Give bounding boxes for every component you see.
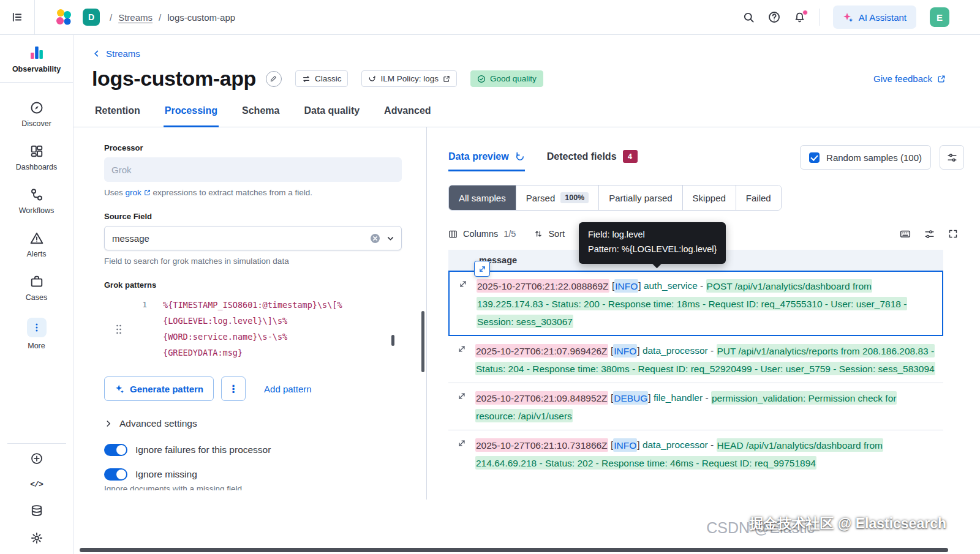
give-feedback-link[interactable]: Give feedback <box>873 73 946 84</box>
advanced-settings-toggle[interactable]: Advanced settings <box>104 418 402 429</box>
space-badge[interactable]: D <box>83 9 100 26</box>
fullscreen-icon[interactable] <box>948 229 958 239</box>
sidebar-item-label: Workflows <box>19 206 54 215</box>
ai-assistant-button[interactable]: AI Assistant <box>833 6 916 29</box>
edit-title-icon[interactable] <box>266 71 282 87</box>
elastic-logo[interactable] <box>55 8 73 26</box>
add-pattern-link[interactable]: Add pattern <box>264 384 312 394</box>
observability-brand[interactable]: Observability <box>0 35 73 83</box>
sidebar-item-discover[interactable]: Discover <box>0 92 73 136</box>
search-icon[interactable] <box>743 12 755 23</box>
clear-field-icon[interactable] <box>370 233 380 244</box>
panel-scrollbar[interactable] <box>421 311 424 372</box>
ignore-missing-toggle[interactable] <box>104 468 127 481</box>
add-icon[interactable] <box>31 452 43 465</box>
random-samples-checkbox[interactable] <box>809 152 820 163</box>
tab-data-quality[interactable]: Data quality <box>303 105 361 127</box>
source-field-combobox[interactable]: message <box>104 226 402 250</box>
ilm-policy-badge[interactable]: ILM Policy: logs <box>361 70 457 87</box>
log-timestamp: 2025-10-27T06:21:09.848952Z <box>475 391 608 405</box>
header-divider <box>819 9 820 26</box>
log-message-cell[interactable]: 2025-10-27T06:21:22.088869Z [INFO] auth_… <box>477 277 942 330</box>
parsed-percentage-badge: 100% <box>560 192 589 203</box>
table-row[interactable]: 2025-10-27T06:21:07.969426Z [INFO] data_… <box>448 336 943 383</box>
grok-pattern-editor[interactable]: 1%{TIMESTAMP_ISO8601:@timestamp}\s\[% {L… <box>104 294 402 364</box>
classic-badge[interactable]: Classic <box>295 70 349 87</box>
dashboards-icon <box>30 144 43 159</box>
processor-type-input[interactable]: Grok <box>104 157 402 182</box>
expand-cell-button[interactable] <box>474 261 490 277</box>
keyboard-shortcuts-icon[interactable] <box>900 228 911 239</box>
table-row[interactable]: 2025-10-27T06:21:10.731866Z [INFO] data_… <box>448 430 943 477</box>
grok-docs-link[interactable]: grok <box>126 188 151 197</box>
preview-table: message 2025-10-27T06:21:22.088869Z [INF… <box>448 250 943 477</box>
sample-filter-group: All samples Parsed100% Partially parsed … <box>448 185 782 211</box>
back-to-streams-link[interactable]: Streams <box>92 48 140 59</box>
grok-pattern-text: {WORD:service.name}\s-\s% <box>163 329 287 345</box>
sidebar-item-workflows[interactable]: Workflows <box>0 179 73 223</box>
editor-scrollbar[interactable] <box>391 335 394 346</box>
log-message-cell[interactable]: 2025-10-27T06:21:09.848952Z [DEBUG] file… <box>475 389 943 424</box>
sidebar-item-more[interactable]: More <box>0 310 73 358</box>
table-row[interactable]: 2025-10-27T06:21:22.088869Z [INFO] auth_… <box>448 271 943 336</box>
user-avatar[interactable]: E <box>930 7 949 27</box>
quality-badge[interactable]: Good quality <box>470 70 543 87</box>
sort-button[interactable]: Sort <box>534 229 565 239</box>
nav-menu-icon[interactable] <box>0 0 35 34</box>
filter-skipped[interactable]: Skipped <box>682 185 736 210</box>
display-options-icon[interactable] <box>924 229 935 239</box>
expand-row-icon[interactable] <box>448 342 475 377</box>
pattern-menu-button[interactable]: ⋮ <box>221 376 246 401</box>
expand-row-icon[interactable] <box>448 436 475 471</box>
processor-label: Processor <box>104 143 402 152</box>
columns-button[interactable]: Columns 1/5 <box>448 229 516 239</box>
tab-schema[interactable]: Schema <box>241 105 281 127</box>
refresh-icon[interactable] <box>515 152 525 162</box>
filter-all-samples[interactable]: All samples <box>449 185 516 210</box>
random-samples-control[interactable]: Random samples (100) <box>800 145 931 170</box>
ignore-missing-label: Ignore missing <box>135 469 197 480</box>
help-text: Uses <box>104 188 123 197</box>
chevron-down-icon[interactable] <box>386 234 395 243</box>
notifications-icon[interactable] <box>794 12 805 23</box>
tab-data-preview[interactable]: Data preview <box>448 143 525 171</box>
tab-advanced[interactable]: Advanced <box>383 105 432 127</box>
sidebar-item-dashboards[interactable]: Dashboards <box>0 136 73 179</box>
expand-row-icon[interactable] <box>450 277 477 330</box>
filter-partially-parsed[interactable]: Partially parsed <box>598 185 682 210</box>
filter-failed[interactable]: Failed <box>736 185 781 210</box>
log-message-cell[interactable]: 2025-10-27T06:21:10.731866Z [INFO] data_… <box>475 436 943 471</box>
log-message-cell[interactable]: 2025-10-27T06:21:07.969426Z [INFO] data_… <box>475 342 943 377</box>
expand-row-icon[interactable] <box>448 389 475 424</box>
tab-detected-fields[interactable]: Detected fields 4 <box>547 143 638 171</box>
tab-processing[interactable]: Processing <box>164 105 219 127</box>
sidebar-item-label: Discover <box>21 119 51 128</box>
sidebar-item-cases[interactable]: Cases <box>0 266 73 310</box>
log-service: data_processor <box>643 440 708 450</box>
table-row[interactable]: 2025-10-27T06:21:09.848952Z [DEBUG] file… <box>448 383 943 430</box>
filter-parsed[interactable]: Parsed100% <box>516 185 599 210</box>
horizontal-scrollbar[interactable] <box>80 548 948 552</box>
bracket: ] <box>637 440 639 450</box>
drag-handle-icon[interactable] <box>115 324 123 335</box>
help-icon[interactable] <box>768 11 780 23</box>
dev-tools-icon[interactable]: </> <box>30 480 42 489</box>
sidebar-item-alerts[interactable]: Alerts <box>0 223 73 266</box>
check-circle-icon <box>477 75 486 83</box>
generate-pattern-label: Generate pattern <box>130 384 203 394</box>
gear-icon[interactable] <box>31 532 43 544</box>
processor-config-panel: Processor Grok Uses grok expressions to … <box>74 127 427 500</box>
dash-separator: - <box>710 440 714 450</box>
tab-retention[interactable]: Retention <box>94 105 141 127</box>
log-level: INFO <box>613 438 637 452</box>
policy-icon <box>368 75 376 83</box>
preview-settings-button[interactable] <box>940 145 964 170</box>
external-link-icon <box>443 75 450 83</box>
breadcrumb-streams-link[interactable]: Streams <box>118 12 153 23</box>
columns-count: 1/5 <box>503 229 516 239</box>
ignore-failures-toggle[interactable] <box>104 444 127 456</box>
database-icon[interactable] <box>31 504 43 517</box>
generate-pattern-button[interactable]: Generate pattern <box>104 376 214 401</box>
sort-icon <box>534 230 543 238</box>
grok-pattern-text: {GREEDYDATA:msg} <box>163 345 243 361</box>
